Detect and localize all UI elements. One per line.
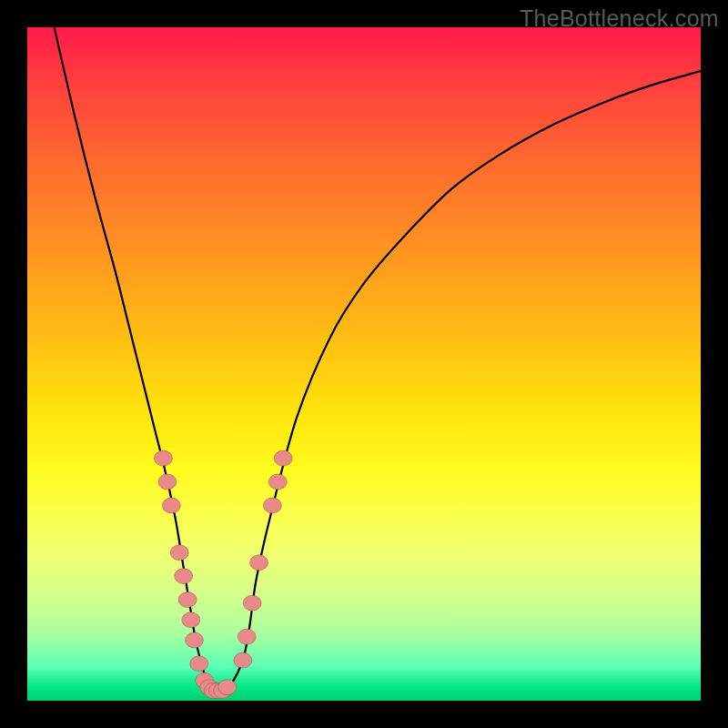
marker-dot	[250, 555, 268, 571]
marker-dot	[218, 680, 237, 695]
marker-dot	[170, 545, 188, 561]
marker-dot	[263, 498, 281, 513]
marker-dots	[154, 450, 292, 698]
marker-dot	[182, 612, 200, 628]
marker-dot	[190, 656, 208, 672]
bottleneck-curve-path	[55, 27, 701, 691]
marker-dot	[175, 569, 193, 584]
marker-dot	[162, 498, 180, 513]
marker-dot	[238, 629, 256, 644]
marker-dot	[158, 474, 177, 490]
bottleneck-chart: TheBottleneck.com	[0, 0, 728, 728]
marker-dot	[186, 632, 204, 648]
watermark-text: TheBottleneck.com	[520, 5, 719, 32]
curve-layer	[27, 27, 701, 701]
plot-area	[27, 27, 701, 701]
marker-dot	[178, 592, 197, 608]
marker-dot	[274, 450, 292, 466]
marker-dot	[268, 474, 287, 490]
marker-dot	[154, 450, 172, 466]
marker-dot	[243, 595, 261, 611]
marker-dot	[234, 652, 252, 668]
